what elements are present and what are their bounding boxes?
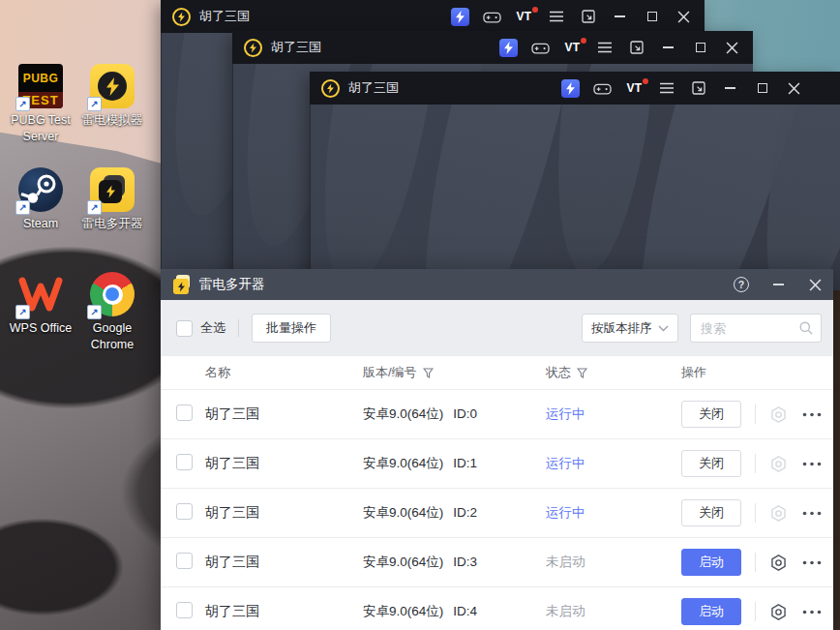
bolt-glyph xyxy=(566,82,575,95)
close-button[interactable] xyxy=(723,39,741,57)
boost-icon[interactable] xyxy=(561,79,580,98)
desktop-icon-google-chrome[interactable]: ↗ Google Chrome xyxy=(71,272,154,353)
desktop-icon-label: Google Chrome xyxy=(71,320,154,353)
maximize-button[interactable] xyxy=(643,8,661,26)
gamepad-icon[interactable] xyxy=(483,8,501,26)
window-title: 胡了三国 xyxy=(199,8,250,25)
shortcut-arrow-icon: ↗ xyxy=(15,200,30,215)
chevron-down-icon xyxy=(658,325,669,332)
menu-icon[interactable] xyxy=(547,8,565,26)
row-checkbox[interactable] xyxy=(176,503,193,520)
more-options-button[interactable] xyxy=(801,405,823,424)
popout-window-icon[interactable] xyxy=(689,79,707,98)
boost-icon[interactable] xyxy=(499,39,518,57)
menu-icon[interactable] xyxy=(595,39,614,57)
gamepad-icon[interactable] xyxy=(593,79,612,98)
emulator-screen[interactable] xyxy=(310,105,840,290)
notification-dot xyxy=(532,7,538,13)
close-icon xyxy=(788,82,800,95)
vt-label: VT xyxy=(565,41,581,54)
header-version: 版本/编号 xyxy=(363,364,417,381)
more-options-button[interactable] xyxy=(801,454,823,473)
instance-row: 胡了三国 安卓9.0(64位)ID:1 运行中 关闭 xyxy=(161,439,833,489)
instance-id: ID:2 xyxy=(453,505,477,520)
close-icon xyxy=(809,279,822,291)
sort-select[interactable]: 按版本排序 xyxy=(582,314,678,343)
more-options-button[interactable] xyxy=(801,602,823,621)
row-checkbox[interactable] xyxy=(176,602,193,618)
settings-gear-button[interactable] xyxy=(768,553,788,572)
instance-name: 胡了三国 xyxy=(205,455,363,472)
minimize-button[interactable] xyxy=(721,79,739,98)
emulator-titlebar[interactable]: 胡了三国 VT xyxy=(161,0,705,33)
desktop-icon-ld-multiplayer[interactable]: ↗ 雷电多开器 xyxy=(71,167,154,232)
row-checkbox[interactable] xyxy=(176,405,193,421)
instance-action-button[interactable]: 关闭 xyxy=(681,450,741,477)
help-glyph: ? xyxy=(734,277,749,292)
more-options-button[interactable] xyxy=(801,553,823,572)
instance-id: ID:4 xyxy=(453,604,477,618)
emulator-titlebar[interactable]: 胡了三国 VT xyxy=(310,72,840,105)
close-button[interactable] xyxy=(806,276,824,293)
desktop-icon-label: 雷电多开器 xyxy=(82,216,143,232)
settings-gear-button[interactable] xyxy=(768,602,788,621)
vt-indicator[interactable]: VT xyxy=(563,39,582,57)
instance-version: 安卓9.0(64位) xyxy=(363,604,443,618)
instance-name: 胡了三国 xyxy=(205,504,363,522)
window-title: 胡了三国 xyxy=(271,39,321,56)
instance-name: 胡了三国 xyxy=(205,554,363,571)
settings-gear-button[interactable] xyxy=(768,405,788,424)
settings-gear-button[interactable] xyxy=(768,454,788,473)
bg-pattern xyxy=(310,105,433,290)
vt-indicator[interactable]: VT xyxy=(515,8,533,26)
shortcut-arrow-icon: ↗ xyxy=(87,200,102,215)
bolt-glyph xyxy=(504,42,513,54)
minimize-button[interactable] xyxy=(769,276,787,293)
instance-version: 安卓9.0(64位) xyxy=(363,406,443,421)
divider xyxy=(755,503,756,523)
instance-row: 胡了三国 安卓9.0(64位)ID:4 未启动 启动 xyxy=(161,587,833,630)
minimize-button[interactable] xyxy=(659,39,677,57)
settings-gear-button[interactable] xyxy=(768,503,788,523)
manager-title: 雷电多开器 xyxy=(199,276,265,293)
menu-icon[interactable] xyxy=(657,79,675,98)
popout-window-icon[interactable] xyxy=(627,39,645,57)
manager-titlebar[interactable]: 雷电多开器 ? xyxy=(161,269,833,300)
more-options-button[interactable] xyxy=(801,503,823,523)
instance-action-button[interactable]: 启动 xyxy=(681,598,741,625)
shortcut-arrow-icon: ↗ xyxy=(15,97,30,111)
vt-indicator[interactable]: VT xyxy=(625,79,644,98)
boost-icon[interactable] xyxy=(451,8,469,26)
instance-table-body: 胡了三国 安卓9.0(64位)ID:0 运行中 关闭 胡了三国 安卓9.0 xyxy=(161,390,833,630)
maximize-button[interactable] xyxy=(691,39,709,57)
search-icon xyxy=(798,320,814,336)
notification-dot xyxy=(643,78,648,84)
maximize-button[interactable] xyxy=(753,79,771,98)
close-button[interactable] xyxy=(675,8,693,26)
select-all-label: 全选 xyxy=(200,319,225,337)
ldplayer-logo-icon xyxy=(321,79,340,98)
batch-operations-button[interactable]: 批量操作 xyxy=(252,314,331,343)
row-checkbox[interactable] xyxy=(176,454,193,470)
gamepad-icon[interactable] xyxy=(531,39,550,57)
instance-action-button[interactable]: 关闭 xyxy=(681,499,741,526)
filter-icon[interactable] xyxy=(577,368,587,378)
row-checkbox[interactable] xyxy=(176,553,193,569)
instance-version: 安卓9.0(64位) xyxy=(363,456,443,470)
instance-id: ID:1 xyxy=(453,456,477,470)
manager-toolbar: 全选 批量操作 按版本排序 xyxy=(161,300,833,356)
popout-window-icon[interactable] xyxy=(579,8,597,26)
divider xyxy=(238,319,239,337)
instance-action-button[interactable]: 关闭 xyxy=(681,401,741,428)
select-all-checkbox[interactable] xyxy=(176,320,193,337)
desktop-icon-ldplayer[interactable]: ↗ 雷电模拟器 xyxy=(71,64,154,129)
minimize-button[interactable] xyxy=(611,8,629,26)
help-button[interactable]: ? xyxy=(733,276,750,293)
shortcut-arrow-icon: ↗ xyxy=(87,305,102,319)
emulator-titlebar[interactable]: 胡了三国 VT xyxy=(232,31,753,64)
instance-action-button[interactable]: 启动 xyxy=(681,549,741,576)
instance-row: 胡了三国 安卓9.0(64位)ID:2 运行中 关闭 xyxy=(161,489,833,538)
close-button[interactable] xyxy=(785,79,803,98)
bolt-glyph xyxy=(178,282,185,292)
filter-icon[interactable] xyxy=(423,368,434,378)
